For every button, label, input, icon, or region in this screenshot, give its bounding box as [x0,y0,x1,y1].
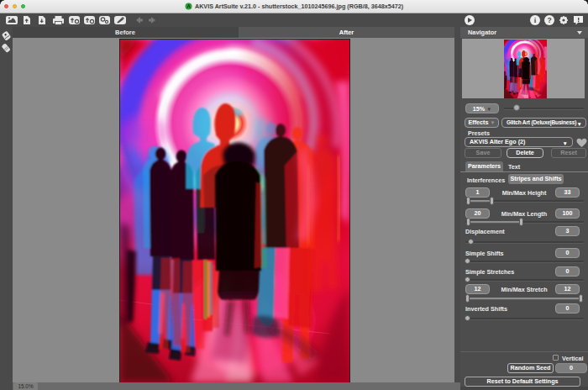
svg-text:?: ? [547,16,551,24]
